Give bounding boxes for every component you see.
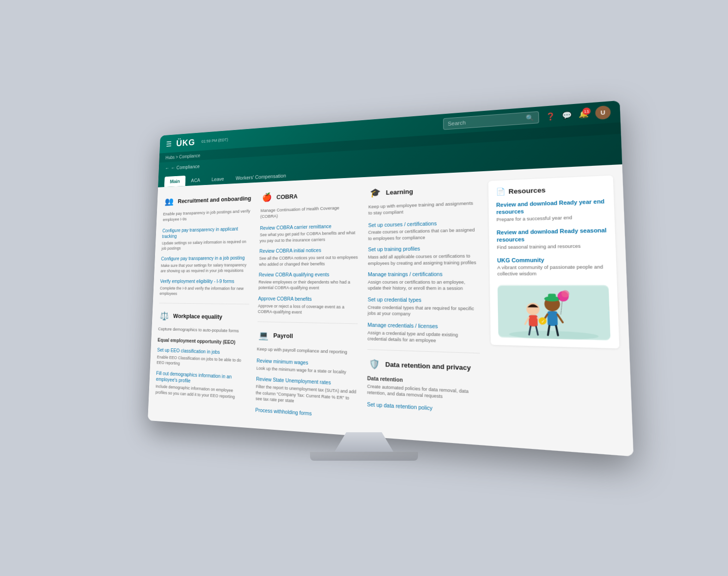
link-courses: Set up courses / certifications Create c… [368,219,478,242]
link-pay-transparency-posting: Configure pay transparency in a job post… [160,255,251,274]
link-pay-transparency-posting-title[interactable]: Configure pay transparency in a job post… [161,255,251,262]
section-data-retention: 🛡️ Data retention and privacy Data reten… [367,357,481,415]
recruitment-icon: 👥 [163,195,175,208]
resources-panel: 📄 Resources Review and download Ready ye… [488,176,619,349]
link-min-wages: Review minimum wages Look up the minimum… [256,358,357,376]
link-cobra-notices: Review COBRA initial notices See all the… [259,247,359,267]
section-payroll: 💻 Payroll Keep up with payroll complianc… [255,329,358,420]
svg-rect-15 [548,294,556,300]
header-left: ☰ ÜKG 01:59 PM (EDT) [166,135,228,149]
column-1: 👥 Recruitment and onboarding Enable pay … [155,192,252,418]
svg-rect-3 [529,315,538,326]
data-retention-title: Data retention and privacy [385,361,471,372]
link-cobra-qualifying-title[interactable]: Review COBRA qualifying events [259,272,358,279]
section-eeo: Equal employment opportunity (EEO) [157,337,248,345]
link-manage-trainings-title[interactable]: Manage trainings / certifications [368,271,479,278]
link-eeo-classification-desc: Enable EEO Classification on jobs to be … [156,354,248,370]
link-demographics: Fill out demographics information in an … [156,370,248,401]
workplace-icon: ⚖️ [158,310,170,322]
time-display: 01:59 PM (EDT) [202,137,228,144]
community-desc: A vibrant community of passionate people… [497,263,608,277]
resource-community: UKG Community A vibrant community of pas… [497,256,608,278]
link-manage-trainings-desc: Assign courses or certifications to an e… [368,279,479,292]
chat-icon[interactable]: 💬 [562,111,572,120]
link-credentials-licenses: Manage credentials / licenses Assign a c… [367,322,480,345]
resource-seasonal-desc: Find seasonal training and resources [497,243,607,251]
section-workplace: ⚖️ Workplace equality Capture demographi… [156,310,249,401]
search-bar[interactable]: 🔍 [443,111,539,130]
link-eeo-classification: Set up EEO classification in jobs Enable… [156,347,248,369]
workplace-subtitle: Capture demographics to auto-populate fo… [158,326,249,334]
link-pay-transparency-tracking: Configure pay transparency in applicant … [161,226,251,252]
link-cobra-remittance-desc: See what you get paid for COBRA benefits… [260,230,359,244]
link-pay-transparency-tracking-desc: Update settings so salary information is… [161,239,251,252]
learning-subtitle: Keep up with employee training and assig… [368,200,478,216]
tab-main[interactable]: Main [164,176,186,187]
link-credentials-licenses-desc: Assign a credential type and update exis… [367,330,480,345]
svg-text:✓: ✓ [541,319,545,324]
payroll-subtitle: Keep up with payroll compliance and repo… [257,346,357,356]
notification-count: 11 [582,107,591,115]
notification-bell[interactable]: 🔔 11 [578,110,589,119]
link-training-profiles-title[interactable]: Set up training profiles [368,245,478,253]
hamburger-icon[interactable]: ☰ [166,140,172,148]
link-training-profiles: Set up training profiles Mass add all ap… [368,245,479,266]
recruitment-subtitle: Enable pay transparency in job postings … [163,208,252,223]
link-data-retention: Data retention Create automated policies… [367,375,480,402]
link-cobra-notices-title[interactable]: Review COBRA initial notices [260,247,359,255]
link-i9-forms: Verify employment eligibility - I-9 form… [159,278,250,297]
link-setup-retention-policy: Set up data retention policy [367,401,481,415]
resource-seasonal: Review and download Ready seasonal resou… [496,227,607,251]
link-cobra-approve: Approve COBRA benefits Approve or reject… [258,296,358,317]
data-retention-icon: 🛡️ [367,357,382,371]
payroll-title: Payroll [273,332,293,340]
resource-seasonal-title[interactable]: Review and download Ready seasonal resou… [496,227,607,244]
link-credential-types-title[interactable]: Set up credential types [368,296,479,304]
resource-year-end: Review and download Ready year end resou… [496,198,606,223]
resources-title: Resources [508,186,546,195]
illustration-svg: ✓ [497,285,610,340]
section-learning: 🎓 Learning Keep up with employee trainin… [367,182,480,345]
back-label: ← Compliance [171,164,200,171]
link-cobra-qualifying: Review COBRA qualifying events Review em… [259,272,359,292]
workplace-title: Workplace equality [173,313,223,320]
back-arrow-icon: ← [165,165,169,171]
link-credential-types-desc: Create credential types that are require… [367,304,479,318]
link-suta-desc: Filter the report to unemployment tax (S… [256,384,357,408]
link-cobra-remittance: Review COBRA carrier remittance See what… [260,222,359,244]
cobra-subtitle: Manage Continuation of Health Coverage (… [260,204,359,220]
help-icon[interactable]: ❓ [546,112,555,121]
cobra-title: COBRA [276,193,297,201]
learning-icon: 🎓 [368,186,382,200]
eeo-header: Equal employment opportunity (EEO) [157,337,248,345]
breadcrumb: Hubs > Compliance [165,154,200,160]
link-withholding-title[interactable]: Process withholding forms [255,407,357,420]
monitor-base [310,452,418,461]
section-recruitment: 👥 Recruitment and onboarding Enable pay … [159,192,252,297]
cobra-icon: 🍎 [260,191,273,204]
search-input[interactable] [448,115,522,127]
community-title[interactable]: UKG Community [497,256,608,263]
link-cobra-approve-desc: Approve or reject a loss of coverage eve… [258,303,358,317]
illustration-panel: ✓ [497,285,610,340]
svg-rect-9 [547,311,558,326]
resource-year-end-title[interactable]: Review and download Ready year end resou… [496,198,606,216]
link-pay-transparency-tracking-title[interactable]: Configure pay transparency in applicant … [162,226,251,240]
data-retention-desc: Create automated policies for data remov… [367,383,480,402]
recruitment-title: Recruitment and onboarding [178,195,251,205]
link-cobra-qualifying-desc: Review employees or their dependents who… [259,279,358,291]
link-training-profiles-desc: Mass add all applicable courses or certi… [368,253,479,267]
link-credential-types: Set up credential types Create credentia… [367,296,479,318]
column-2: 🍎 COBRA Manage Continuation of Health Co… [255,187,359,425]
column-3: 🎓 Learning Keep up with employee trainin… [367,182,481,434]
link-setup-retention-policy-title[interactable]: Set up data retention policy [367,401,481,415]
avatar[interactable]: U [595,105,611,120]
link-cobra-approve-title[interactable]: Approve COBRA benefits [258,296,358,303]
tab-leave[interactable]: Leave [206,173,230,185]
link-cobra-notices-desc: See all the COBRA notices you sent out t… [259,255,359,267]
tab-aca[interactable]: ACA [185,175,206,186]
search-icon: 🔍 [525,114,534,122]
payroll-icon: 💻 [257,329,270,342]
logo: ÜKG [176,137,195,149]
link-i9-forms-title[interactable]: Verify employment eligibility - I-9 form… [160,278,250,285]
